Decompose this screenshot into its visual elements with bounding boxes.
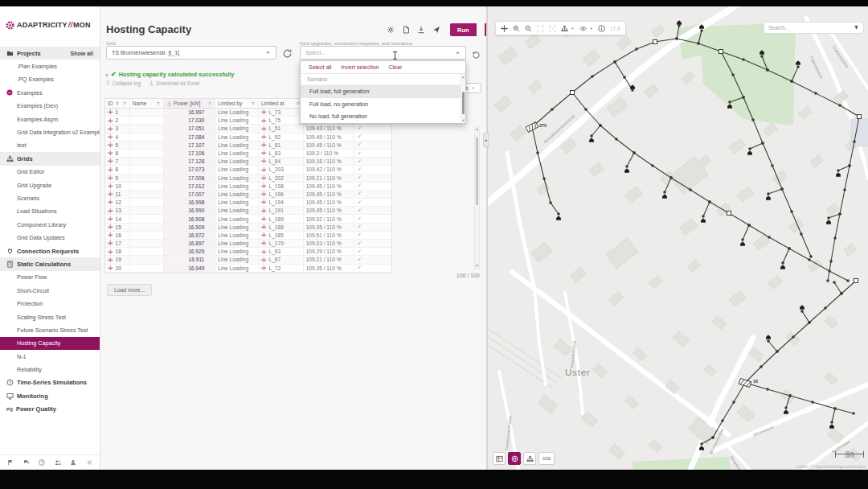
scroll-up-arrow[interactable]: ▲ — [475, 127, 479, 132]
table-row[interactable]: 1616.972Line LoadingL_185109.51 / 110 %✓ — [105, 232, 391, 240]
show-all-link[interactable]: Show all — [71, 51, 100, 56]
sidebar-item-scenario[interactable]: Scenario — [0, 191, 100, 204]
table-row[interactable]: 1716.897Line LoadingL_179109.03 / 110 %✓ — [105, 240, 391, 248]
send-button[interactable] — [432, 26, 440, 34]
file-button[interactable] — [402, 26, 410, 34]
scrollbar-thumb[interactable] — [462, 92, 465, 114]
table-row[interactable]: 1816.929Line LoadingL_63109.29 / 110 %✓ — [105, 248, 391, 256]
table-row[interactable]: 917.006Line LoadingL_202109.21 / 110 %✓ — [105, 175, 391, 183]
grid-select[interactable]: TS Brunnenwiesenstr. [t_1] — [106, 46, 276, 60]
sidebar-item-scaling-stress-test[interactable]: Scaling Stress Test — [0, 310, 100, 323]
reset-selection-button[interactable] — [472, 48, 481, 57]
dropdown-option-no-load-full-generation[interactable]: No load, full generation — [301, 110, 465, 123]
scroll-down-arrow[interactable]: ▼ — [461, 118, 465, 122]
dropdown-action-select-all[interactable]: Select all — [309, 64, 331, 70]
map-view-table-button[interactable] — [493, 452, 506, 465]
sidebar-item-grid-data-updates[interactable]: Grid Data Updates — [0, 231, 100, 244]
sidebar-item-load-situations[interactable]: Load Situations — [0, 205, 100, 218]
dropdown-option-full-load-no-generation[interactable]: Full load, no generation — [301, 98, 465, 111]
sidebar-item-pq-examples[interactable]: .PQ Examples — [0, 73, 100, 86]
table-row[interactable]: 617.106Line LoadingL_83109.3 / 110 %✓ — [105, 150, 391, 158]
panel-collapse-handle[interactable]: ◂ — [483, 133, 489, 147]
flag-icon[interactable] — [7, 459, 14, 466]
sidebar-item-component-library[interactable]: Component Library — [0, 218, 100, 231]
run-button[interactable]: Run — [450, 23, 477, 36]
load-more-button[interactable]: Load more... — [107, 284, 152, 296]
sidebar-item-grid-data-integration-v2-examples[interactable]: Grid Data Integration v2 Examples — [0, 125, 100, 138]
sidebar-item-examples[interactable]: Examples — [0, 86, 100, 99]
map-view-globe-button[interactable] — [508, 452, 521, 465]
caret-down-icon[interactable] — [589, 27, 593, 31]
sidebar-item-monitoring[interactable]: Monitoring — [0, 389, 100, 402]
table-row[interactable]: 1017.012Line LoadingL_198109.45 / 110 %✓ — [105, 183, 391, 191]
table-row[interactable]: 517.107Line LoadingL_81109.45 / 110 %✓ — [105, 142, 391, 150]
collapse-icon[interactable] — [86, 459, 92, 466]
sidebar-item-future-scenario-stress-test[interactable]: Future Scenario Stress Test — [0, 323, 100, 336]
gear-button[interactable] — [387, 26, 395, 34]
sidebar-item-test[interactable]: test — [0, 139, 100, 152]
map-zoom-in-button[interactable] — [513, 25, 520, 32]
map-view-network-button[interactable] — [523, 452, 536, 465]
map-move-button[interactable] — [501, 25, 508, 32]
sidebar-item-grid-editor[interactable]: Grid Editor — [0, 166, 100, 179]
map-zoom-out-button[interactable] — [525, 25, 532, 32]
download-excel-link[interactable]: Download as Excel — [149, 80, 199, 86]
table-row[interactable]: 817.073Line LoadingL_203109.42 / 110 %✓ — [105, 166, 391, 174]
table-row[interactable]: 1516.909Line LoadingL_188109.05 / 110 %✓ — [105, 224, 391, 232]
download-button[interactable] — [417, 26, 425, 34]
dropdown-action-invert-selection[interactable]: Invert selection — [341, 64, 379, 70]
sidebar-item-short-circuit[interactable]: Short-Circuit — [0, 284, 100, 297]
scroll-up-arrow[interactable]: ▲ — [461, 75, 465, 79]
table-row[interactable]: 1216.998Line LoadingL_194109.45 / 110 %✓ — [105, 199, 391, 207]
collapse-log-link[interactable]: Collapse log — [105, 80, 141, 86]
sidebar-item-connection-requests[interactable]: Connection Requests — [0, 244, 100, 257]
expand-arrow-icon[interactable]: ▸ — [106, 72, 108, 77]
column-header-id[interactable]: ID — [105, 99, 130, 108]
scroll-down-arrow[interactable]: ▼ — [475, 264, 479, 269]
column-header-name[interactable]: Name — [130, 99, 164, 108]
help-icon[interactable] — [39, 459, 45, 466]
table-row[interactable]: 1316.990Line LoadingL_191109.45 / 110 %✓ — [105, 207, 391, 215]
sidebar-item-power-flow[interactable]: Power Flow — [0, 271, 100, 284]
sidebar-item-plan-examples[interactable]: .Plan Examples — [0, 60, 100, 72]
column-header-limited-at[interactable]: Limited at — [259, 99, 304, 108]
users-icon[interactable] — [55, 459, 61, 466]
map-panel[interactable]: BrunnenwiesenstrasseTulpenstrasseTrotten… — [488, 6, 868, 470]
sidebar-item-hosting-capacity[interactable]: Hosting Capacity — [0, 337, 100, 350]
table-row[interactable]: 2016.949Line LoadingL_72109.35 / 110 %✓ — [105, 265, 391, 273]
sidebar-item-n-1[interactable]: N-1 — [0, 350, 100, 363]
dropdown-scrollbar[interactable]: ▲ ▼ — [461, 74, 465, 123]
sidebar-item-reliability[interactable]: Reliability — [0, 363, 100, 376]
sidebar-item-protection[interactable]: Protection — [0, 297, 100, 310]
column-header-power-kw[interactable]: Power [kW] — [164, 99, 216, 108]
chat-icon[interactable] — [23, 459, 30, 466]
dropdown-option-full-load-full-generation[interactable]: Full load, full generation — [301, 85, 465, 98]
gis-button[interactable]: GIS — [538, 452, 555, 465]
map-info-button[interactable] — [598, 25, 605, 32]
sidebar-item-time-series-simulations[interactable]: Time-Series Simulations — [0, 376, 100, 389]
sidebar-item-static-calculations[interactable]: Static Calculations — [0, 257, 100, 270]
sidebar-item-grid-upgrade[interactable]: Grid Upgrade — [0, 179, 100, 191]
table-row[interactable]: 1916.911Line LoadingL_67109.21 / 110 %✓ — [105, 256, 391, 264]
filter-icon[interactable] — [854, 25, 859, 31]
sidebar-item-examples-asym[interactable]: Examples Asym — [0, 113, 100, 125]
sidebar-item-power-quality[interactable]: PQPower Quality — [0, 403, 100, 416]
sidebar-item-grids[interactable]: Grids — [0, 152, 100, 165]
map-fit2-button[interactable] — [549, 25, 556, 32]
table-row[interactable]: 1416.908Line LoadingL_189109.02 / 110 %✓ — [105, 215, 391, 223]
sidebar-item-examples-dev[interactable]: Examples (Dev) — [0, 100, 100, 113]
map-eye-button[interactable] — [579, 25, 587, 32]
map-search-input[interactable]: Search... — [764, 22, 864, 34]
map-network-button[interactable] — [561, 25, 568, 32]
caret-down-icon[interactable] — [571, 27, 575, 31]
user-icon[interactable] — [70, 459, 76, 466]
table-row[interactable]: 717.128Line LoadingL_84109.18 / 110 %✓ — [105, 158, 391, 166]
dropdown-action-clear[interactable]: Clear — [389, 64, 403, 70]
column-header-limited-by[interactable]: Limited by — [215, 99, 259, 108]
table-row[interactable]: 1117.007Line LoadingL_196109.45 / 110 %✓ — [105, 191, 391, 199]
map-fit-button[interactable] — [537, 25, 544, 32]
table-scrollbar[interactable]: ▲ ▼ — [474, 126, 480, 269]
upgrades-select[interactable]: Select... — [300, 46, 466, 60]
sidebar-item-projects[interactable]: ProjectsShow all — [0, 47, 100, 60]
table-row[interactable]: 417.084Line LoadingL_52109.45 / 110 %✓ — [105, 134, 391, 142]
